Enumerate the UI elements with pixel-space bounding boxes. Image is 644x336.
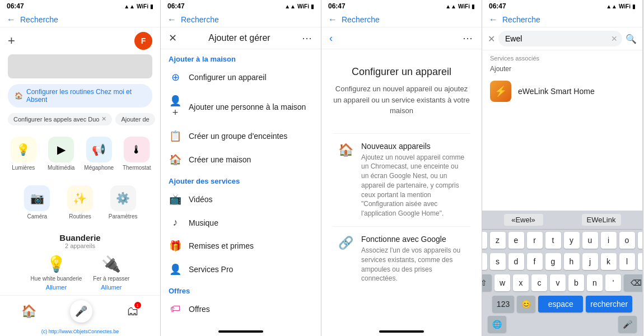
icon-routines[interactable]: ✨ Routines bbox=[60, 181, 101, 224]
clear-icon[interactable]: ✕ bbox=[611, 34, 618, 43]
search-clear-btn[interactable]: ✕ bbox=[488, 34, 495, 44]
chip-duo-close[interactable]: ✕ bbox=[101, 115, 106, 123]
icon-multimedia[interactable]: ▶ Multimédia bbox=[44, 132, 80, 175]
device-hue[interactable]: 💡 Hue white buanderie Allumer bbox=[31, 255, 82, 291]
menu-videos[interactable]: 📺 Vidéos bbox=[161, 188, 321, 211]
fer-icon: 🔌 bbox=[101, 255, 121, 273]
more-options-2[interactable]: ⋯ bbox=[302, 32, 313, 44]
device-fer[interactable]: 🔌 Fer à repasser Allumer bbox=[93, 255, 129, 291]
routine-button[interactable]: 🏠 Configurer les routines Chez moi et Ab… bbox=[8, 84, 152, 108]
option-nouveaux-appareils[interactable]: 🏠 Nouveaux appareils Ajoutez un nouvel a… bbox=[333, 133, 470, 227]
key-y[interactable]: y bbox=[564, 232, 580, 249]
menu-remises[interactable]: 🎁 Remises et primes bbox=[161, 234, 321, 258]
kb-row3: ⇧ w x c v b n ' ⌫ bbox=[482, 272, 642, 293]
key-globe[interactable]: 🌐 bbox=[488, 316, 506, 333]
key-mic[interactable]: 🎤 bbox=[618, 316, 637, 333]
key-t[interactable]: t bbox=[545, 232, 561, 249]
key-r[interactable]: r bbox=[527, 232, 543, 249]
key-p[interactable]: p bbox=[638, 232, 643, 249]
option-fonctionne-google[interactable]: 🔗 Fonctionne avec Google Associez l'un d… bbox=[333, 226, 470, 291]
key-j[interactable]: j bbox=[582, 253, 598, 270]
status-icons-1: ▲▲ WiFi ▮ bbox=[124, 3, 153, 10]
camera-tab-wrapper: 🗂 1 bbox=[127, 304, 139, 319]
search-bar-4[interactable]: ← Recherche bbox=[482, 12, 642, 27]
key-espace[interactable]: espace bbox=[538, 296, 583, 312]
key-i[interactable]: i bbox=[601, 232, 617, 249]
menu-offres[interactable]: 🏷 Offres bbox=[161, 297, 321, 320]
routines-label: Routines bbox=[69, 213, 91, 220]
panel-2: 06:47 ▲▲ WiFi ▮ ← Recherche ✕ Ajouter et… bbox=[161, 0, 321, 336]
key-g[interactable]: g bbox=[545, 253, 561, 270]
search-bar-3[interactable]: ← Recherche bbox=[321, 12, 482, 27]
key-m[interactable]: m bbox=[638, 253, 643, 270]
menu-services-pro[interactable]: 👤 Services Pro bbox=[161, 258, 321, 281]
key-n[interactable]: n bbox=[587, 274, 603, 291]
menu-ajouter-personne[interactable]: 👤+ Ajouter une personne à la maison bbox=[161, 89, 321, 124]
key-f[interactable]: f bbox=[527, 253, 543, 270]
key-delete[interactable]: ⌫ bbox=[624, 274, 643, 291]
key-a[interactable]: a bbox=[482, 232, 487, 249]
toolbar-1: + F bbox=[0, 27, 160, 54]
back-button-3[interactable]: ‹ bbox=[329, 32, 333, 44]
key-q[interactable]: q bbox=[482, 253, 487, 270]
key-c[interactable]: c bbox=[531, 274, 547, 291]
suggestion-ewel[interactable]: «Ewel» bbox=[504, 214, 543, 226]
key-e[interactable]: e bbox=[508, 232, 524, 249]
keyboard: «Ewel» EWeLink a z e r t y u i o p q s d… bbox=[482, 211, 642, 336]
key-x[interactable]: x bbox=[513, 274, 529, 291]
search-bar-1[interactable]: ← Recherche bbox=[0, 12, 160, 27]
key-d[interactable]: d bbox=[508, 253, 524, 270]
signal-icon-2: ▲▲ bbox=[284, 3, 296, 10]
key-emoji[interactable]: 😊 bbox=[517, 296, 535, 312]
key-k[interactable]: k bbox=[601, 253, 617, 270]
chip-ajouter[interactable]: Ajouter de bbox=[115, 113, 155, 125]
chip-duo[interactable]: Configurer les appels avec Duo ✕ bbox=[8, 113, 112, 125]
room-count: 2 appareils bbox=[8, 242, 152, 249]
key-shift[interactable]: ⇧ bbox=[482, 274, 492, 291]
back-arrow-2[interactable]: ← bbox=[167, 15, 176, 25]
key-o[interactable]: o bbox=[619, 232, 635, 249]
battery-icon-4: ▮ bbox=[632, 3, 636, 10]
key-b[interactable]: b bbox=[568, 274, 584, 291]
menu-configurer[interactable]: ⊕ Configurer un appareil bbox=[161, 66, 321, 89]
key-u[interactable]: u bbox=[582, 232, 598, 249]
suggestion-ewelink[interactable]: EWeLink bbox=[582, 214, 621, 226]
key-l[interactable]: l bbox=[619, 253, 635, 270]
avatar-1[interactable]: F bbox=[134, 32, 152, 50]
search-icon[interactable]: 🔍 bbox=[626, 34, 637, 44]
back-arrow-4[interactable]: ← bbox=[489, 15, 498, 25]
key-apostrophe[interactable]: ' bbox=[605, 274, 621, 291]
back-arrow-1[interactable]: ← bbox=[7, 15, 16, 25]
menu-musique[interactable]: ♪ Musique bbox=[161, 211, 321, 234]
fer-allumer-btn[interactable]: Allumer bbox=[101, 284, 122, 291]
key-123[interactable]: 123 bbox=[492, 296, 514, 312]
menu-groupe-enceintes[interactable]: 📋 Créer un groupe d'enceintes bbox=[161, 124, 321, 148]
key-z[interactable]: z bbox=[490, 232, 506, 249]
home-tab-icon[interactable]: 🏠 bbox=[21, 304, 36, 319]
hue-allumer-btn[interactable]: Allumer bbox=[46, 284, 67, 291]
key-h[interactable]: h bbox=[564, 253, 580, 270]
key-rechercher[interactable]: rechercher bbox=[586, 296, 632, 312]
icon-parametres[interactable]: ⚙️ Paramètres bbox=[102, 181, 143, 224]
close-button-2[interactable]: ✕ bbox=[169, 32, 177, 44]
key-s[interactable]: s bbox=[490, 253, 506, 270]
icon-megaphone[interactable]: 📢 Mégaphone bbox=[81, 132, 117, 175]
camera-badge: 1 bbox=[134, 302, 141, 309]
videos-label: Vidéos bbox=[189, 195, 213, 204]
more-options-3[interactable]: ⋯ bbox=[463, 32, 474, 44]
mic-button[interactable]: 🎤 bbox=[70, 300, 92, 323]
key-v[interactable]: v bbox=[550, 274, 566, 291]
back-arrow-3[interactable]: ← bbox=[328, 15, 337, 25]
search-bar-2[interactable]: ← Recherche bbox=[161, 12, 321, 27]
key-w[interactable]: w bbox=[494, 274, 510, 291]
icon-thermostat[interactable]: 🌡 Thermostat bbox=[119, 132, 155, 175]
groupe-icon: 📋 bbox=[169, 130, 182, 142]
chip-ajouter-label: Ajouter de bbox=[121, 116, 149, 123]
icon-lumieres[interactable]: 💡 Lumières bbox=[6, 132, 41, 175]
search-input[interactable] bbox=[498, 31, 622, 46]
services-pro-label: Services Pro bbox=[189, 265, 233, 274]
add-button-1[interactable]: + bbox=[8, 34, 15, 48]
icon-camera[interactable]: 📷 Caméra bbox=[17, 181, 58, 224]
ewelink-result[interactable]: ⚡ eWeLink Smart Home bbox=[482, 75, 642, 108]
menu-creer-maison[interactable]: 🏠 Créer une maison bbox=[161, 148, 321, 171]
